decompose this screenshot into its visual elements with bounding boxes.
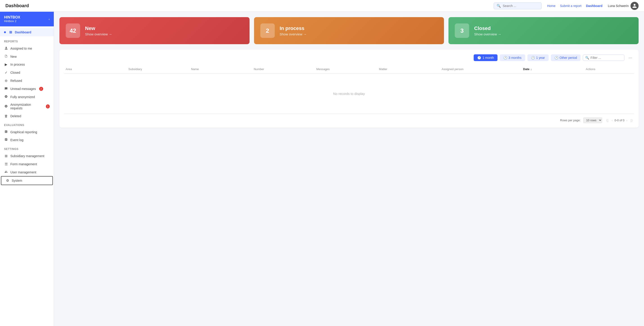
- rows-per-page-label: Rows per page:: [560, 119, 580, 122]
- sidebar-item-in-process[interactable]: ▶ In process: [0, 60, 54, 69]
- stat-card-new[interactable]: 42 New Show overview →: [60, 17, 250, 44]
- pag-last-btn[interactable]: |⟩: [629, 118, 634, 123]
- rows-per-page-select[interactable]: 10 rows25 rows50 rows: [583, 117, 602, 123]
- nav-home[interactable]: Home: [547, 4, 555, 8]
- sidebar-item-assigned-to-me[interactable]: Assigned to me: [0, 44, 54, 53]
- stat-link-new[interactable]: Show overview →: [85, 32, 112, 36]
- col-messages: Messages: [314, 67, 377, 72]
- in-process-icon: ▶: [4, 62, 8, 67]
- brand-sub: Hintbox 2: [4, 19, 20, 23]
- sidebar-label: Deleted: [10, 114, 21, 118]
- clock-icon: 🕐: [477, 56, 481, 60]
- avatar: [630, 2, 638, 10]
- sidebar-brand: HINTBOX Hintbox 2 ‹: [0, 12, 54, 26]
- stat-number-new: 42: [66, 24, 80, 38]
- stat-link-in-process[interactable]: Show overview →: [280, 32, 307, 36]
- sidebar-item-deleted[interactable]: 🗑 Deleted: [0, 112, 54, 120]
- sidebar-label: User management: [10, 171, 36, 174]
- pag-prev-btn[interactable]: ‹: [610, 118, 614, 123]
- col-date[interactable]: Date ↓: [521, 67, 584, 72]
- refused-icon: ⊖: [4, 79, 8, 83]
- period-other-btn[interactable]: 🕐 Other period: [551, 54, 581, 61]
- stat-number-in-process: 2: [260, 24, 275, 38]
- sidebar-item-event-log[interactable]: Event log: [0, 136, 54, 144]
- period-3months-btn[interactable]: 🕐 3 months: [500, 54, 525, 61]
- anon-req-badge: 1: [46, 104, 50, 108]
- col-number: Number: [252, 67, 314, 72]
- col-assigned-person: Assigned person: [440, 67, 521, 72]
- clock-icon: 🕐: [531, 56, 535, 60]
- sidebar-label: Assigned to me: [10, 47, 32, 50]
- anon-req-icon: [4, 105, 8, 108]
- sidebar-item-new[interactable]: New: [0, 53, 54, 60]
- sidebar-collapse-btn[interactable]: ‹: [48, 17, 50, 21]
- table-toolbar: 🕐 1 month 🕐 3 months 🕐 1 year 🕐 Other pe…: [64, 54, 634, 61]
- sidebar-item-form-management[interactable]: ☰ Form management: [0, 160, 54, 168]
- chart-icon: [4, 130, 8, 134]
- sidebar-label: Fully anonymized: [10, 95, 35, 99]
- stat-card-closed[interactable]: 3 Closed Show overview →: [448, 17, 638, 44]
- sidebar-item-closed[interactable]: ✓ Closed: [0, 69, 54, 77]
- users-icon: [4, 170, 8, 174]
- stat-number-closed: 3: [455, 24, 469, 38]
- sidebar-item-anonymization-requests[interactable]: Anonymization requests 1: [0, 101, 54, 112]
- stat-info-closed: Closed Show overview →: [474, 26, 501, 36]
- nav-submit-report[interactable]: Submit a report: [560, 4, 582, 8]
- filter-input[interactable]: [590, 56, 622, 60]
- section-label-reports: Reports: [0, 36, 54, 44]
- closed-icon: ✓: [4, 71, 8, 75]
- no-records-message: No records to display: [64, 74, 634, 114]
- more-options-btn[interactable]: ···: [627, 54, 634, 61]
- sidebar-item-dashboard[interactable]: ⊞ Dashboard: [0, 28, 54, 36]
- period-1month-btn[interactable]: 🕐 1 month: [474, 54, 498, 61]
- sidebar-item-graphical-reporting[interactable]: Graphical reporting: [0, 128, 54, 136]
- filter-search-icon: 🔍: [585, 56, 589, 60]
- pag-first-btn[interactable]: ⟨|: [605, 118, 610, 123]
- user-menu[interactable]: Luna Schwerin: [608, 2, 638, 10]
- search-icon: 🔍: [496, 4, 501, 8]
- sidebar-item-user-management[interactable]: User management: [0, 168, 54, 176]
- sidebar-label: Graphical reporting: [10, 130, 37, 134]
- sidebar-item-subsidiary-management[interactable]: ⊞ Subsidiary management: [0, 152, 54, 160]
- nav-dashboard[interactable]: Dashboard: [586, 4, 602, 8]
- sidebar-item-refused[interactable]: ⊖ Refused: [0, 77, 54, 85]
- brand-name: HINTBOX: [4, 15, 20, 19]
- user-icon: [4, 46, 8, 51]
- table-section: 🕐 1 month 🕐 3 months 🕐 1 year 🕐 Other pe…: [60, 50, 638, 128]
- topnav: Dashboard 🔍 Home Submit a report Dashboa…: [0, 0, 644, 12]
- sidebar-label: Form management: [10, 162, 37, 166]
- stat-label-in-process: In process: [280, 26, 307, 31]
- username: Luna Schwerin: [608, 4, 629, 8]
- form-icon: ☰: [4, 162, 8, 166]
- pagination-controls: ⟨| ‹ 0-0 of 0 › |⟩: [605, 118, 634, 123]
- clock-icon: 🕐: [554, 56, 558, 60]
- topnav-links: Home Submit a report Dashboard: [547, 4, 602, 8]
- sidebar-item-unread-messages[interactable]: Unread messages 2: [0, 85, 54, 93]
- col-name: Name: [189, 67, 252, 72]
- sidebar-item-system[interactable]: ⚙ System: [1, 176, 53, 185]
- sidebar: HINTBOX Hintbox 2 ‹ ⊞ Dashboard Reports …: [0, 12, 54, 326]
- unread-icon: [4, 87, 8, 91]
- eventlog-icon: [4, 138, 8, 142]
- sidebar-label: Subsidiary management: [10, 154, 44, 158]
- stat-card-in-process[interactable]: 2 In process Show overview →: [254, 17, 444, 44]
- search-input[interactable]: [503, 4, 539, 8]
- sidebar-nav: ⊞ Dashboard Reports Assigned to me New ▶…: [0, 26, 54, 326]
- col-actions: Actions: [584, 67, 634, 72]
- section-label-evaluations: Evaluations: [0, 120, 54, 128]
- anon-icon: [4, 95, 8, 99]
- layout: HINTBOX Hintbox 2 ‹ ⊞ Dashboard Reports …: [0, 12, 644, 326]
- search-box[interactable]: 🔍: [494, 3, 542, 9]
- sidebar-label: Anonymization requests: [10, 103, 43, 110]
- pag-next-btn[interactable]: ›: [625, 118, 629, 123]
- period-1year-btn[interactable]: 🕐 1 year: [528, 54, 548, 61]
- section-label-settings: Settings: [0, 144, 54, 152]
- new-icon: [4, 55, 8, 58]
- sidebar-item-fully-anonymized[interactable]: Fully anonymized: [0, 93, 54, 101]
- stat-link-closed[interactable]: Show overview →: [474, 32, 501, 36]
- stat-label-new: New: [85, 26, 112, 31]
- col-matter: Matter: [377, 67, 440, 72]
- unread-badge: 2: [39, 87, 43, 91]
- gear-icon: ⚙: [6, 179, 10, 183]
- filter-wrap[interactable]: 🔍: [583, 55, 624, 61]
